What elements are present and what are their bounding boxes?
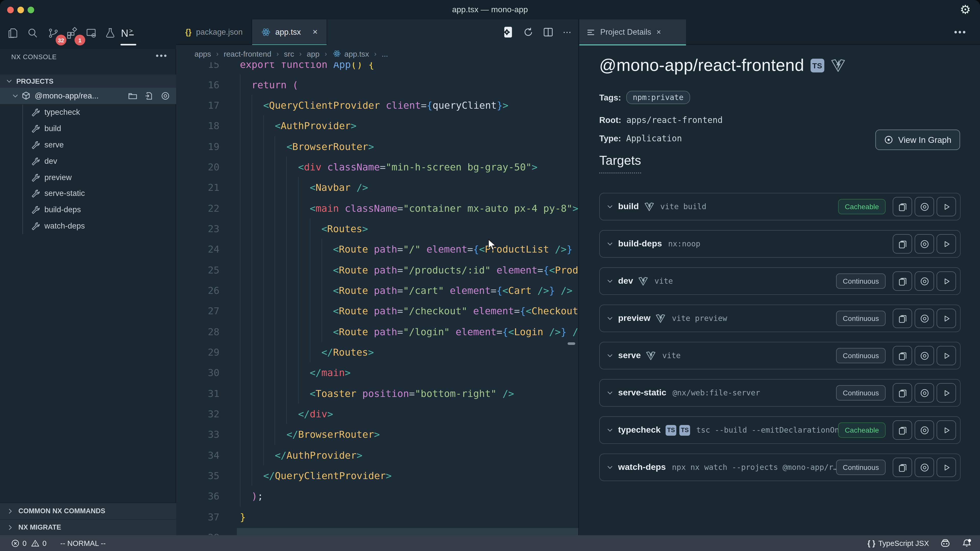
sidebar-target-serve-static[interactable]: serve-static: [0, 186, 176, 202]
code-area[interactable]: 15export function App() {16return (17<Qu…: [176, 45, 578, 535]
sidebar-more-icon[interactable]: •••: [156, 51, 168, 61]
chevron-down-icon[interactable]: [607, 241, 613, 247]
sidebar-target-preview[interactable]: preview: [0, 169, 176, 186]
run-target-icon[interactable]: [937, 309, 956, 328]
sidebar-target-dev[interactable]: dev: [0, 153, 176, 169]
folder-icon[interactable]: [128, 91, 137, 100]
nx-console-icon[interactable]: N>: [120, 24, 137, 42]
run-target-icon[interactable]: [937, 197, 956, 216]
target-card-preview[interactable]: previewvite previewContinuous: [599, 305, 961, 332]
extensions-icon[interactable]: 1: [63, 24, 81, 42]
chevron-down-icon[interactable]: [607, 353, 613, 359]
chevron-down-icon[interactable]: [607, 427, 613, 433]
target-card-typecheck[interactable]: typecheckTSTStsc --build --emitDeclarati…: [599, 416, 961, 444]
sidebar-target-build-deps[interactable]: build-deps: [0, 202, 176, 218]
wrench-icon: [30, 221, 40, 230]
target-card-serve[interactable]: serveviteContinuous: [599, 342, 961, 369]
sidebar-bottom-sections: COMMON NX COMMANDSNX MIGRATE: [0, 503, 176, 535]
copy-icon[interactable]: [893, 234, 912, 254]
target-card-dev[interactable]: devviteContinuous: [599, 267, 961, 295]
projects-section-row[interactable]: PROJECTS: [0, 75, 176, 88]
panel-more-icon[interactable]: •••: [954, 19, 967, 45]
code-line-25: 25<Route path="/products/:id" element={<…: [176, 260, 578, 280]
breadcrumb[interactable]: apps›react-frontend›src›app›app.tsx›...: [176, 45, 578, 62]
view-target-icon[interactable]: [915, 421, 934, 440]
chevron-down-icon[interactable]: [607, 278, 613, 284]
run-target-icon[interactable]: [937, 457, 956, 477]
breadcrumb-item-app.tsx[interactable]: app.tsx: [332, 49, 369, 58]
copy-icon[interactable]: [893, 197, 912, 216]
tab-label: package.json: [196, 27, 243, 37]
view-target-icon[interactable]: [915, 309, 934, 328]
tab-app.tsx[interactable]: app.tsx×: [252, 19, 328, 45]
project-details-icon[interactable]: [503, 26, 513, 38]
tab-project-details[interactable]: Project Details ×: [579, 19, 686, 45]
chevron-down-icon[interactable]: [607, 390, 613, 396]
target-card-build[interactable]: buildvite buildCacheable: [599, 193, 961, 221]
breadcrumb-item-...[interactable]: ...: [382, 49, 388, 58]
target-card-watch-deps[interactable]: watch-depsnpx nx watch --projects @mono-…: [599, 454, 961, 481]
view-target-icon[interactable]: [915, 383, 934, 403]
run-target-icon[interactable]: [937, 272, 956, 291]
copilot-icon[interactable]: [940, 538, 950, 548]
target-icon[interactable]: [161, 91, 170, 100]
copy-icon[interactable]: [893, 383, 912, 403]
run-target-icon[interactable]: [937, 234, 956, 254]
copy-icon[interactable]: [893, 457, 912, 477]
generate-file-icon[interactable]: [145, 91, 154, 100]
target-label: build: [45, 124, 61, 133]
sidebar-target-build[interactable]: build: [0, 121, 176, 137]
view-in-graph-button[interactable]: View In Graph: [875, 130, 960, 150]
scrollbar-thumb[interactable]: [568, 342, 575, 345]
section-nx-migrate[interactable]: NX MIGRATE: [0, 519, 176, 535]
language-mode[interactable]: { } TypeScript JSX: [867, 539, 929, 547]
problems-warnings[interactable]: 0: [31, 539, 46, 547]
vim-mode-indicator[interactable]: -- NORMAL --: [60, 539, 106, 547]
run-target-icon[interactable]: [937, 346, 956, 365]
chevron-down-icon[interactable]: [607, 203, 613, 210]
split-editor-icon[interactable]: [543, 27, 553, 37]
close-icon[interactable]: ×: [313, 27, 318, 37]
more-actions-icon[interactable]: ⋯: [563, 27, 572, 38]
target-card-serve-static[interactable]: serve-static@nx/web:file-serverContinuou…: [599, 379, 961, 407]
copy-icon[interactable]: [893, 346, 912, 365]
horizontal-scrollbar[interactable]: [237, 528, 578, 535]
files-icon[interactable]: [4, 24, 21, 42]
close-icon[interactable]: ×: [656, 27, 661, 37]
remote-explorer-icon[interactable]: [83, 24, 100, 42]
target-command: vite preview: [672, 314, 836, 323]
line-number: 22: [176, 198, 240, 219]
sidebar-target-watch-deps[interactable]: watch-deps: [0, 218, 176, 234]
run-target-icon[interactable]: [937, 383, 956, 403]
sidebar-target-typecheck[interactable]: typecheck: [0, 104, 176, 121]
copy-icon[interactable]: [893, 272, 912, 291]
copy-icon[interactable]: [893, 309, 912, 328]
sidebar-target-serve[interactable]: serve: [0, 137, 176, 153]
target-name: watch-deps: [618, 462, 666, 472]
target-card-build-deps[interactable]: build-depsnx:noop: [599, 230, 961, 258]
view-target-icon[interactable]: [915, 346, 934, 365]
run-target-icon[interactable]: [937, 421, 956, 440]
breadcrumb-item-apps[interactable]: apps: [194, 49, 211, 58]
chevron-down-icon[interactable]: [607, 464, 613, 470]
copy-icon[interactable]: [893, 421, 912, 440]
notifications-bell-icon[interactable]: [962, 538, 972, 548]
test-beaker-icon[interactable]: [102, 24, 119, 42]
view-target-icon[interactable]: [915, 457, 934, 477]
line-number: 33: [176, 424, 240, 445]
breadcrumb-item-app[interactable]: app: [307, 49, 320, 58]
breadcrumb-item-react-frontend[interactable]: react-frontend: [224, 49, 271, 58]
tab-package.json[interactable]: {}package.json: [176, 19, 252, 45]
view-target-icon[interactable]: [915, 234, 934, 254]
settings-gear-icon[interactable]: ⚙: [960, 3, 971, 17]
project-row-selected[interactable]: @mono-app/rea...: [0, 88, 176, 104]
view-target-icon[interactable]: [915, 272, 934, 291]
breadcrumb-item-src[interactable]: src: [284, 49, 294, 58]
problems-errors[interactable]: 0: [11, 539, 27, 547]
refresh-icon[interactable]: [523, 27, 533, 37]
search-icon[interactable]: [24, 24, 41, 42]
chevron-down-icon[interactable]: [607, 315, 613, 321]
section-common-nx-commands[interactable]: COMMON NX COMMANDS: [0, 503, 176, 519]
source-control-icon[interactable]: 32: [45, 24, 62, 42]
view-target-icon[interactable]: [915, 197, 934, 216]
